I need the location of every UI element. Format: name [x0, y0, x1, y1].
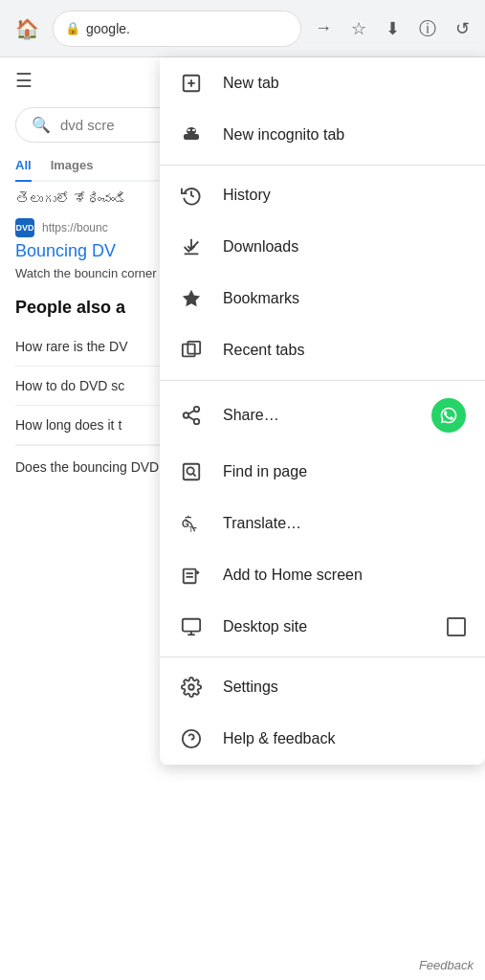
tab-all[interactable]: All	[15, 158, 32, 182]
download-nav-icon[interactable]: ⬇	[378, 11, 408, 47]
search-icon: 🔍	[32, 116, 51, 134]
help-label: Help & feedback	[223, 730, 466, 747]
context-menu: New tab New incognito tab History	[160, 57, 485, 765]
divider-1	[160, 165, 485, 166]
translate-icon: G T	[179, 511, 204, 536]
search-text: dvd scre	[60, 117, 115, 133]
menu-item-new-tab[interactable]: New tab	[160, 57, 485, 109]
desktop-site-checkbox[interactable]	[447, 617, 466, 636]
svg-line-17	[188, 416, 194, 420]
help-icon	[179, 726, 204, 751]
svg-point-14	[194, 407, 200, 412]
svg-point-15	[184, 412, 189, 418]
menu-item-help[interactable]: Help & feedback	[160, 713, 485, 765]
new-tab-icon	[179, 71, 204, 96]
svg-line-21	[193, 474, 196, 477]
recent-tabs-label: Recent tabs	[223, 342, 466, 359]
find-in-page-label: Find in page	[223, 463, 466, 480]
svg-point-31	[188, 684, 194, 690]
svg-rect-8	[192, 129, 195, 131]
refresh-icon[interactable]: ↺	[448, 11, 477, 47]
desktop-icon	[179, 614, 204, 639]
lock-icon: 🔒	[65, 21, 80, 35]
new-tab-label: New tab	[223, 75, 466, 92]
menu-item-history[interactable]: History	[160, 169, 485, 221]
info-icon[interactable]: ⓘ	[411, 10, 444, 48]
home-icon[interactable]: 🏠	[8, 10, 47, 48]
svg-rect-28	[183, 619, 200, 632]
menu-item-settings[interactable]: Settings	[160, 661, 485, 713]
svg-rect-24	[184, 569, 196, 584]
feedback-text: Feedback	[419, 958, 474, 972]
recent-tabs-icon	[179, 338, 204, 363]
share-label: Share…	[223, 407, 412, 424]
incognito-icon	[179, 122, 204, 147]
svg-marker-11	[183, 290, 200, 306]
downloads-icon	[179, 234, 204, 259]
svg-rect-6	[184, 134, 199, 140]
desktop-site-label: Desktop site	[223, 618, 428, 635]
menu-item-add-home[interactable]: Add to Home screen	[160, 549, 485, 601]
add-home-icon	[179, 563, 204, 588]
menu-item-share[interactable]: Share…	[160, 385, 485, 446]
menu-item-recent-tabs[interactable]: Recent tabs	[160, 324, 485, 376]
history-icon	[179, 183, 204, 208]
find-icon	[179, 459, 204, 484]
incognito-label: New incognito tab	[223, 126, 466, 144]
address-bar[interactable]: 🔒 google.	[53, 11, 301, 47]
menu-item-bookmarks[interactable]: Bookmarks	[160, 273, 485, 324]
settings-label: Settings	[223, 679, 466, 696]
bookmarks-label: Bookmarks	[223, 290, 466, 307]
settings-icon	[179, 675, 204, 700]
whatsapp-badge	[431, 398, 466, 433]
history-label: History	[223, 187, 466, 204]
svg-point-16	[194, 419, 200, 425]
translate-label: Translate…	[223, 515, 466, 532]
tab-images[interactable]: Images	[51, 158, 94, 180]
menu-item-find-in-page[interactable]: Find in page	[160, 446, 485, 498]
svg-point-20	[187, 467, 193, 474]
share-icon	[179, 403, 204, 428]
divider-2	[160, 380, 485, 381]
svg-point-3	[187, 127, 196, 135]
menu-item-incognito[interactable]: New incognito tab	[160, 109, 485, 161]
bookmark-icon[interactable]: ☆	[343, 11, 374, 47]
browser-action-icons: → ☆ ⬇ ⓘ ↺	[307, 10, 477, 48]
forward-icon[interactable]: →	[307, 11, 340, 46]
svg-rect-19	[184, 464, 200, 480]
result-url: https://bounc	[42, 221, 108, 234]
menu-item-translate[interactable]: G T Translate…	[160, 498, 485, 549]
browser-bar: 🏠 🔒 google. → ☆ ⬇ ⓘ ↺	[0, 0, 485, 57]
menu-item-downloads[interactable]: Downloads	[160, 221, 485, 273]
menu-item-desktop-site[interactable]: Desktop site	[160, 601, 485, 653]
bookmarks-icon	[179, 286, 204, 311]
address-text: google.	[86, 21, 289, 36]
divider-3	[160, 657, 485, 657]
svg-line-18	[188, 411, 194, 414]
svg-rect-7	[187, 129, 190, 131]
result-favicon: DVD	[15, 218, 34, 237]
add-home-label: Add to Home screen	[223, 567, 466, 584]
downloads-label: Downloads	[223, 238, 466, 256]
